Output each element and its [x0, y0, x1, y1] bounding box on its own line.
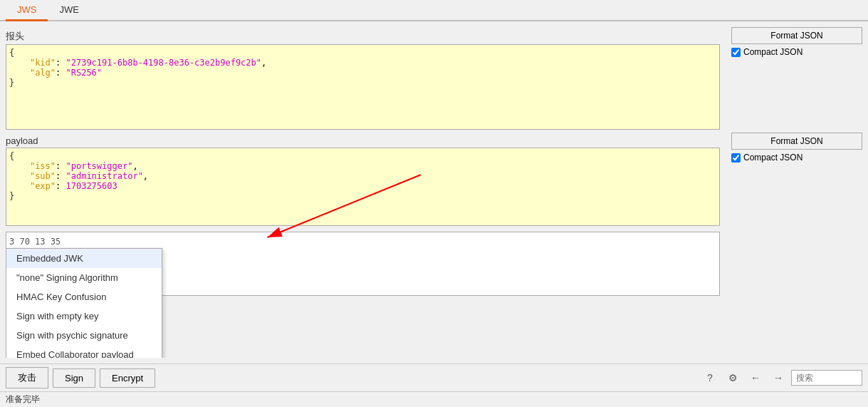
- search-input[interactable]: [791, 370, 862, 386]
- attack-button[interactable]: 攻击: [6, 367, 48, 388]
- payload-label: payload: [6, 135, 720, 146]
- right-panel: Format JSON Compact JSON Format JSON Com…: [726, 21, 868, 364]
- header-line3: "alg": "RS256": [9, 68, 716, 78]
- dropdown-item-embed-collaborator[interactable]: Embed Collaborator payload: [6, 345, 162, 358]
- payload-line5: }: [9, 191, 716, 201]
- encrypt-button[interactable]: Encrypt: [100, 369, 155, 388]
- dropdown-item-hmac-confusion[interactable]: HMAC Key Confusion: [6, 287, 162, 306]
- main-container: JWS JWE 报头 { "kid": "2739c191-6b8b-4198-…: [0, 0, 868, 407]
- forward-icon-btn[interactable]: →: [768, 368, 788, 388]
- status-text: 准备完毕: [6, 394, 40, 404]
- header-compact-text: Compact JSON: [743, 47, 802, 57]
- payload-compact-text: Compact JSON: [743, 153, 802, 163]
- payload-line3: "sub": "administrator",: [9, 171, 716, 181]
- header-line2: "kid": "2739c191-6b8b-4198-8e36-c3e2b9ef…: [9, 58, 716, 68]
- payload-format-json-btn[interactable]: Format JSON: [731, 133, 862, 150]
- tab-jws[interactable]: JWS: [6, 0, 48, 21]
- payload-format-section: Format JSON Compact JSON: [731, 133, 862, 163]
- header-editor[interactable]: { "kid": "2739c191-6b8b-4198-8e36-c3e2b9…: [6, 44, 720, 130]
- header-compact-checkbox[interactable]: [731, 48, 741, 57]
- status-bar: 准备完毕: [0, 391, 868, 407]
- sign-button[interactable]: Sign: [53, 369, 95, 388]
- hex-line-1: 3 70 13 35: [9, 235, 716, 249]
- content-area: 报头 { "kid": "2739c191-6b8b-4198-8e36-c3e…: [0, 21, 868, 364]
- payload-compact-label[interactable]: Compact JSON: [731, 153, 862, 163]
- header-line4: }: [9, 78, 716, 88]
- left-panel: 报头 { "kid": "2739c191-6b8b-4198-8e36-c3e…: [0, 21, 726, 364]
- payload-line1: {: [9, 151, 716, 161]
- header-format-section: Format JSON Compact JSON: [731, 27, 862, 57]
- payload-editor[interactable]: { "iss": "portswigger", "sub": "administ…: [6, 148, 720, 226]
- dropdown-item-sign-empty-key[interactable]: Sign with empty key: [6, 306, 162, 326]
- right-icons: ? ⚙ ← →: [700, 368, 862, 388]
- help-icon-btn[interactable]: ?: [700, 368, 720, 388]
- header-line1: {: [9, 48, 716, 58]
- payload-line4: "exp": 1703275603: [9, 181, 716, 191]
- header-compact-label[interactable]: Compact JSON: [731, 47, 862, 57]
- header-label: 报头: [6, 30, 720, 43]
- dropdown-item-sign-psychic[interactable]: Sign with psychic signature: [6, 326, 162, 345]
- tab-jwe[interactable]: JWE: [48, 0, 90, 21]
- dropdown-item-none-signing[interactable]: "none" Signing Algorithm: [6, 268, 162, 287]
- payload-line2: "iss": "portswigger",: [9, 161, 716, 171]
- header-format-json-btn[interactable]: Format JSON: [731, 27, 862, 44]
- payload-section: payload { "iss": "portswigger", "sub": "…: [6, 133, 720, 226]
- back-icon-btn[interactable]: ←: [746, 368, 765, 388]
- payload-compact-checkbox[interactable]: [731, 153, 741, 163]
- tabs-bar: JWS JWE: [0, 0, 868, 21]
- attack-dropdown-menu: Embedded JWK "none" Signing Algorithm HM…: [6, 248, 162, 358]
- header-section: 报头 { "kid": "2739c191-6b8b-4198-8e36-c3e…: [6, 27, 720, 130]
- settings-icon-btn[interactable]: ⚙: [723, 368, 743, 388]
- bottom-toolbar: 攻击 Sign Encrypt ? ⚙ ← →: [0, 364, 868, 391]
- sections-wrapper: 报头 { "kid": "2739c191-6b8b-4198-8e36-c3e…: [6, 27, 720, 358]
- dropdown-item-embedded-jwk[interactable]: Embedded JWK: [6, 249, 162, 268]
